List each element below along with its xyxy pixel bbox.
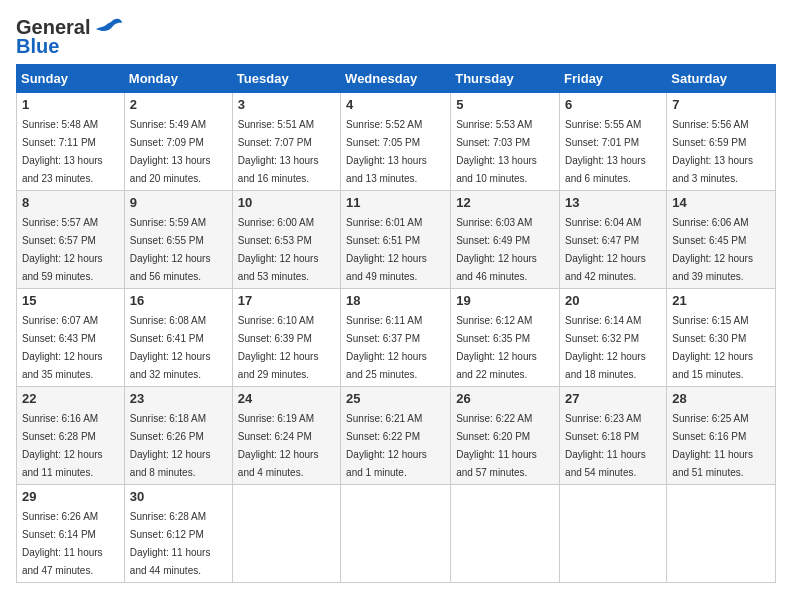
calendar-empty-cell <box>232 485 340 583</box>
day-detail: Sunrise: 5:53 AM Sunset: 7:03 PM Dayligh… <box>456 119 537 184</box>
day-number: 1 <box>22 97 119 112</box>
calendar-day-17: 17Sunrise: 6:10 AM Sunset: 6:39 PM Dayli… <box>232 289 340 387</box>
day-detail: Sunrise: 6:16 AM Sunset: 6:28 PM Dayligh… <box>22 413 103 478</box>
day-number: 20 <box>565 293 661 308</box>
day-detail: Sunrise: 6:11 AM Sunset: 6:37 PM Dayligh… <box>346 315 427 380</box>
day-number: 30 <box>130 489 227 504</box>
calendar-day-15: 15Sunrise: 6:07 AM Sunset: 6:43 PM Dayli… <box>17 289 125 387</box>
logo-bird-icon <box>94 17 124 39</box>
day-detail: Sunrise: 5:59 AM Sunset: 6:55 PM Dayligh… <box>130 217 211 282</box>
day-detail: Sunrise: 5:56 AM Sunset: 6:59 PM Dayligh… <box>672 119 753 184</box>
calendar-day-27: 27Sunrise: 6:23 AM Sunset: 6:18 PM Dayli… <box>560 387 667 485</box>
calendar-empty-cell <box>341 485 451 583</box>
day-number: 7 <box>672 97 770 112</box>
calendar-day-2: 2Sunrise: 5:49 AM Sunset: 7:09 PM Daylig… <box>124 93 232 191</box>
calendar-day-18: 18Sunrise: 6:11 AM Sunset: 6:37 PM Dayli… <box>341 289 451 387</box>
day-number: 27 <box>565 391 661 406</box>
day-detail: Sunrise: 5:57 AM Sunset: 6:57 PM Dayligh… <box>22 217 103 282</box>
day-detail: Sunrise: 6:28 AM Sunset: 6:12 PM Dayligh… <box>130 511 211 576</box>
calendar-day-4: 4Sunrise: 5:52 AM Sunset: 7:05 PM Daylig… <box>341 93 451 191</box>
calendar-week-5: 29Sunrise: 6:26 AM Sunset: 6:14 PM Dayli… <box>17 485 776 583</box>
day-detail: Sunrise: 6:12 AM Sunset: 6:35 PM Dayligh… <box>456 315 537 380</box>
calendar-day-22: 22Sunrise: 6:16 AM Sunset: 6:28 PM Dayli… <box>17 387 125 485</box>
day-detail: Sunrise: 6:04 AM Sunset: 6:47 PM Dayligh… <box>565 217 646 282</box>
calendar-day-5: 5Sunrise: 5:53 AM Sunset: 7:03 PM Daylig… <box>451 93 560 191</box>
calendar-day-14: 14Sunrise: 6:06 AM Sunset: 6:45 PM Dayli… <box>667 191 776 289</box>
day-number: 19 <box>456 293 554 308</box>
calendar-day-29: 29Sunrise: 6:26 AM Sunset: 6:14 PM Dayli… <box>17 485 125 583</box>
calendar-day-20: 20Sunrise: 6:14 AM Sunset: 6:32 PM Dayli… <box>560 289 667 387</box>
day-detail: Sunrise: 5:49 AM Sunset: 7:09 PM Dayligh… <box>130 119 211 184</box>
header-friday: Friday <box>560 65 667 93</box>
day-detail: Sunrise: 6:19 AM Sunset: 6:24 PM Dayligh… <box>238 413 319 478</box>
calendar-day-11: 11Sunrise: 6:01 AM Sunset: 6:51 PM Dayli… <box>341 191 451 289</box>
calendar-day-7: 7Sunrise: 5:56 AM Sunset: 6:59 PM Daylig… <box>667 93 776 191</box>
day-detail: Sunrise: 6:18 AM Sunset: 6:26 PM Dayligh… <box>130 413 211 478</box>
calendar-day-13: 13Sunrise: 6:04 AM Sunset: 6:47 PM Dayli… <box>560 191 667 289</box>
calendar-week-4: 22Sunrise: 6:16 AM Sunset: 6:28 PM Dayli… <box>17 387 776 485</box>
day-number: 3 <box>238 97 335 112</box>
day-detail: Sunrise: 5:55 AM Sunset: 7:01 PM Dayligh… <box>565 119 646 184</box>
day-detail: Sunrise: 6:07 AM Sunset: 6:43 PM Dayligh… <box>22 315 103 380</box>
logo: General Blue <box>16 16 124 58</box>
calendar-day-26: 26Sunrise: 6:22 AM Sunset: 6:20 PM Dayli… <box>451 387 560 485</box>
header-saturday: Saturday <box>667 65 776 93</box>
header-thursday: Thursday <box>451 65 560 93</box>
calendar-day-10: 10Sunrise: 6:00 AM Sunset: 6:53 PM Dayli… <box>232 191 340 289</box>
day-number: 18 <box>346 293 445 308</box>
calendar-week-3: 15Sunrise: 6:07 AM Sunset: 6:43 PM Dayli… <box>17 289 776 387</box>
day-detail: Sunrise: 6:06 AM Sunset: 6:45 PM Dayligh… <box>672 217 753 282</box>
header-monday: Monday <box>124 65 232 93</box>
calendar-day-3: 3Sunrise: 5:51 AM Sunset: 7:07 PM Daylig… <box>232 93 340 191</box>
day-number: 4 <box>346 97 445 112</box>
calendar-day-8: 8Sunrise: 5:57 AM Sunset: 6:57 PM Daylig… <box>17 191 125 289</box>
day-number: 26 <box>456 391 554 406</box>
day-number: 8 <box>22 195 119 210</box>
calendar-header-row: SundayMondayTuesdayWednesdayThursdayFrid… <box>17 65 776 93</box>
calendar-day-28: 28Sunrise: 6:25 AM Sunset: 6:16 PM Dayli… <box>667 387 776 485</box>
day-detail: Sunrise: 6:00 AM Sunset: 6:53 PM Dayligh… <box>238 217 319 282</box>
day-detail: Sunrise: 6:10 AM Sunset: 6:39 PM Dayligh… <box>238 315 319 380</box>
logo-text-blue: Blue <box>16 35 59 58</box>
day-detail: Sunrise: 6:01 AM Sunset: 6:51 PM Dayligh… <box>346 217 427 282</box>
day-number: 10 <box>238 195 335 210</box>
day-detail: Sunrise: 6:15 AM Sunset: 6:30 PM Dayligh… <box>672 315 753 380</box>
day-number: 6 <box>565 97 661 112</box>
day-number: 13 <box>565 195 661 210</box>
header-tuesday: Tuesday <box>232 65 340 93</box>
calendar-day-30: 30Sunrise: 6:28 AM Sunset: 6:12 PM Dayli… <box>124 485 232 583</box>
day-number: 24 <box>238 391 335 406</box>
day-number: 25 <box>346 391 445 406</box>
header-sunday: Sunday <box>17 65 125 93</box>
calendar-week-1: 1Sunrise: 5:48 AM Sunset: 7:11 PM Daylig… <box>17 93 776 191</box>
calendar-week-2: 8Sunrise: 5:57 AM Sunset: 6:57 PM Daylig… <box>17 191 776 289</box>
day-detail: Sunrise: 6:03 AM Sunset: 6:49 PM Dayligh… <box>456 217 537 282</box>
day-detail: Sunrise: 5:48 AM Sunset: 7:11 PM Dayligh… <box>22 119 103 184</box>
calendar-empty-cell <box>560 485 667 583</box>
day-detail: Sunrise: 6:08 AM Sunset: 6:41 PM Dayligh… <box>130 315 211 380</box>
calendar-day-24: 24Sunrise: 6:19 AM Sunset: 6:24 PM Dayli… <box>232 387 340 485</box>
day-detail: Sunrise: 6:21 AM Sunset: 6:22 PM Dayligh… <box>346 413 427 478</box>
day-number: 9 <box>130 195 227 210</box>
day-number: 12 <box>456 195 554 210</box>
day-number: 22 <box>22 391 119 406</box>
calendar-day-9: 9Sunrise: 5:59 AM Sunset: 6:55 PM Daylig… <box>124 191 232 289</box>
day-number: 15 <box>22 293 119 308</box>
calendar-empty-cell <box>667 485 776 583</box>
page-header: General Blue <box>16 16 776 58</box>
day-number: 5 <box>456 97 554 112</box>
day-number: 21 <box>672 293 770 308</box>
day-number: 23 <box>130 391 227 406</box>
day-detail: Sunrise: 6:26 AM Sunset: 6:14 PM Dayligh… <box>22 511 103 576</box>
day-detail: Sunrise: 6:14 AM Sunset: 6:32 PM Dayligh… <box>565 315 646 380</box>
calendar-day-1: 1Sunrise: 5:48 AM Sunset: 7:11 PM Daylig… <box>17 93 125 191</box>
calendar-day-21: 21Sunrise: 6:15 AM Sunset: 6:30 PM Dayli… <box>667 289 776 387</box>
day-number: 28 <box>672 391 770 406</box>
day-number: 16 <box>130 293 227 308</box>
calendar-empty-cell <box>451 485 560 583</box>
calendar-day-6: 6Sunrise: 5:55 AM Sunset: 7:01 PM Daylig… <box>560 93 667 191</box>
day-detail: Sunrise: 5:51 AM Sunset: 7:07 PM Dayligh… <box>238 119 319 184</box>
day-detail: Sunrise: 6:25 AM Sunset: 6:16 PM Dayligh… <box>672 413 753 478</box>
day-number: 29 <box>22 489 119 504</box>
header-wednesday: Wednesday <box>341 65 451 93</box>
